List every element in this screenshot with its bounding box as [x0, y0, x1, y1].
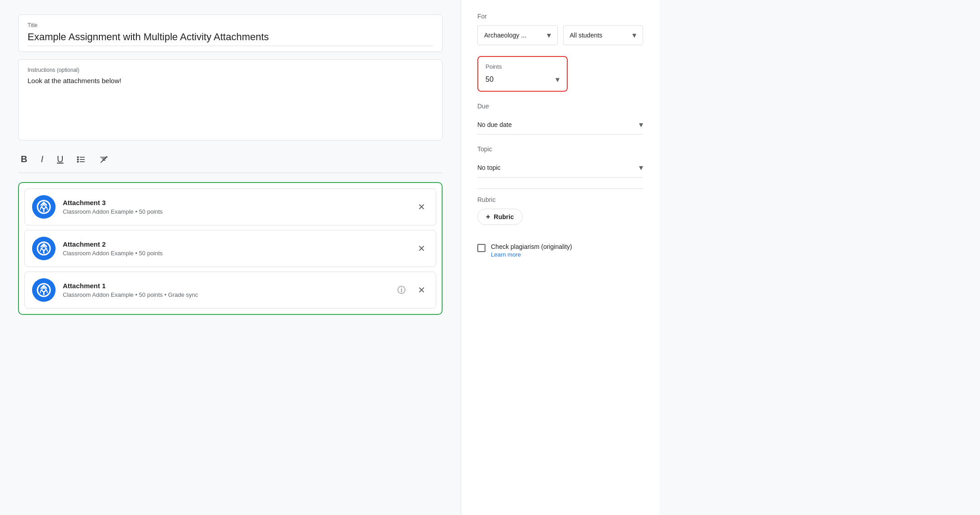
- instructions-section: Instructions (optional) Look at the atta…: [18, 59, 443, 140]
- divider: [477, 188, 643, 189]
- attachment-icon-3: [32, 195, 56, 219]
- topic-label: Topic: [477, 145, 643, 153]
- course-value: Archaeology ...: [484, 32, 526, 39]
- plagiarism-checkbox[interactable]: [477, 244, 485, 252]
- course-chevron-icon: ▾: [547, 30, 551, 40]
- plagiarism-title: Check plagiarism (originality): [491, 243, 572, 250]
- attachment-item-1: Attachment 1 Classroom Addon Example • 5…: [24, 272, 436, 309]
- due-value: No due date: [477, 121, 512, 128]
- topic-dropdown[interactable]: No topic ▾: [477, 158, 643, 178]
- instructions-text[interactable]: Look at the attachments below!: [28, 77, 433, 84]
- plagiarism-info: Check plagiarism (originality) Learn mor…: [491, 243, 572, 258]
- svg-point-4: [78, 159, 79, 160]
- remove-attachment-3-button[interactable]: ✕: [414, 200, 429, 214]
- attachment-item: Attachment 3 Classroom Addon Example • 5…: [24, 188, 436, 225]
- title-section: Title: [18, 14, 443, 52]
- attachment-actions-3: ✕: [414, 200, 429, 214]
- clear-format-icon: [99, 155, 108, 164]
- attachment-meta-1: Classroom Addon Example • 50 points • Gr…: [63, 291, 387, 298]
- attachment-name-2: Attachment 2: [63, 240, 407, 248]
- points-dropdown[interactable]: 50 ▾: [485, 75, 560, 84]
- title-label: Title: [28, 22, 433, 28]
- learn-more-link[interactable]: Learn more: [491, 251, 572, 258]
- points-label: Points: [485, 63, 560, 70]
- remove-attachment-1-button[interactable]: ✕: [414, 283, 429, 297]
- topic-value: No topic: [477, 164, 500, 171]
- rubric-button[interactable]: + Rubric: [477, 209, 523, 225]
- attachment-icon-1: [32, 278, 56, 302]
- attachment-name-1: Attachment 1: [63, 282, 387, 290]
- plagiarism-section: Check plagiarism (originality) Learn mor…: [477, 243, 643, 258]
- points-section: Points 50 ▾: [477, 56, 568, 92]
- attachments-container: Attachment 3 Classroom Addon Example • 5…: [18, 182, 443, 315]
- students-dropdown[interactable]: All students ▾: [563, 25, 644, 45]
- attachment-meta-2: Classroom Addon Example • 50 points: [63, 250, 407, 257]
- attachment-icon-2: [32, 237, 56, 260]
- course-dropdown[interactable]: Archaeology ... ▾: [477, 25, 558, 45]
- for-section: For Archaeology ... ▾ All students ▾: [477, 13, 643, 45]
- clear-format-button[interactable]: [97, 153, 111, 166]
- points-value: 50: [485, 75, 494, 84]
- attachment-info-1: Attachment 1 Classroom Addon Example • 5…: [63, 282, 387, 298]
- title-input[interactable]: [28, 31, 433, 46]
- italic-button[interactable]: I: [38, 152, 46, 166]
- rubric-section: Rubric + Rubric: [477, 196, 643, 232]
- svg-point-3: [78, 156, 79, 158]
- topic-chevron-icon: ▾: [639, 163, 643, 173]
- students-chevron-icon: ▾: [632, 30, 636, 40]
- attachment-info-3: Attachment 3 Classroom Addon Example • 5…: [63, 199, 407, 215]
- due-dropdown[interactable]: No due date ▾: [477, 115, 643, 135]
- due-section: Due No due date ▾: [477, 103, 643, 135]
- svg-point-5: [78, 161, 79, 162]
- attachment-meta-3: Classroom Addon Example • 50 points: [63, 208, 407, 215]
- list-button[interactable]: [74, 153, 89, 166]
- points-chevron-icon: ▾: [555, 75, 560, 84]
- attachment-info-2: Attachment 2 Classroom Addon Example • 5…: [63, 240, 407, 257]
- attachment-item-2: Attachment 2 Classroom Addon Example • 5…: [24, 230, 436, 267]
- for-label: For: [477, 13, 643, 20]
- due-label: Due: [477, 103, 643, 110]
- attachment-actions-1: ⓘ ✕: [394, 283, 429, 297]
- attachment-actions-2: ✕: [414, 241, 429, 256]
- info-attachment-1-button[interactable]: ⓘ: [394, 283, 409, 297]
- rubric-label: Rubric: [477, 196, 643, 203]
- instructions-label: Instructions (optional): [28, 67, 433, 73]
- bold-button[interactable]: B: [18, 152, 30, 166]
- rubric-button-label: Rubric: [494, 213, 513, 220]
- for-dropdowns: Archaeology ... ▾ All students ▾: [477, 25, 643, 45]
- list-icon: [77, 155, 86, 164]
- plus-icon: +: [486, 213, 490, 221]
- topic-section: Topic No topic ▾: [477, 145, 643, 178]
- students-value: All students: [570, 32, 602, 39]
- attachment-name-3: Attachment 3: [63, 199, 407, 206]
- side-panel: For Archaeology ... ▾ All students ▾ Poi…: [461, 0, 659, 515]
- remove-attachment-2-button[interactable]: ✕: [414, 241, 429, 256]
- due-chevron-icon: ▾: [639, 120, 643, 130]
- editor-toolbar: B I U: [18, 148, 443, 173]
- underline-button[interactable]: U: [54, 152, 66, 166]
